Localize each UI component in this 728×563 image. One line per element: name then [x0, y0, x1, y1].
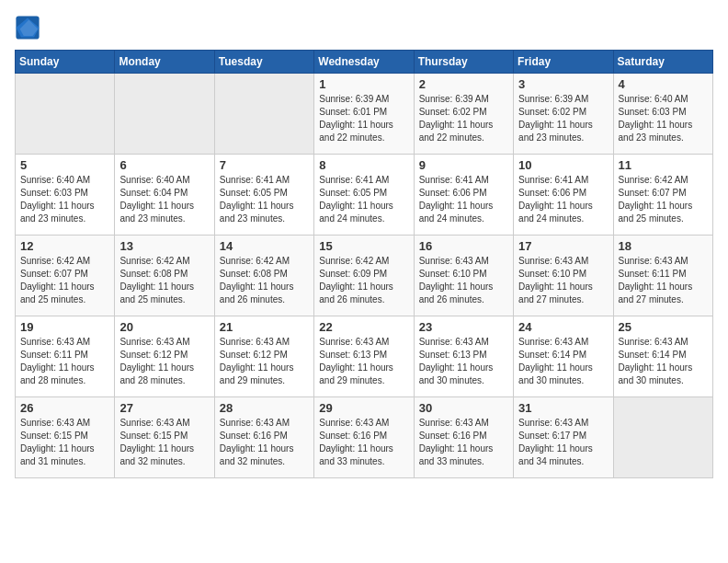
- day-number: 31: [518, 401, 608, 415]
- day-number: 29: [319, 401, 408, 415]
- calendar-cell: 27Sunrise: 6:43 AM Sunset: 6:15 PM Dayli…: [115, 397, 214, 478]
- day-number: 13: [119, 239, 209, 253]
- calendar-cell: 11Sunrise: 6:42 AM Sunset: 6:07 PM Dayli…: [613, 155, 712, 236]
- calendar-cell: 29Sunrise: 6:43 AM Sunset: 6:16 PM Dayli…: [314, 397, 414, 478]
- calendar-week-4: 19Sunrise: 6:43 AM Sunset: 6:11 PM Dayli…: [16, 316, 713, 397]
- day-number: 3: [518, 77, 608, 91]
- day-info: Sunrise: 6:39 AM Sunset: 6:02 PM Dayligh…: [518, 93, 608, 144]
- day-info: Sunrise: 6:43 AM Sunset: 6:16 PM Dayligh…: [419, 417, 508, 468]
- day-info: Sunrise: 6:41 AM Sunset: 6:06 PM Dayligh…: [518, 174, 608, 225]
- weekday-header-sunday: Sunday: [16, 51, 115, 74]
- calendar-cell: 25Sunrise: 6:43 AM Sunset: 6:14 PM Dayli…: [613, 316, 712, 397]
- day-number: 14: [220, 239, 309, 253]
- page-header: [15, 15, 713, 40]
- logo-icon: [15, 15, 40, 40]
- calendar-week-3: 12Sunrise: 6:42 AM Sunset: 6:07 PM Dayli…: [16, 236, 713, 316]
- day-number: 2: [419, 77, 508, 91]
- day-number: 18: [619, 239, 708, 253]
- day-info: Sunrise: 6:40 AM Sunset: 6:04 PM Dayligh…: [119, 174, 209, 225]
- calendar-cell: 4Sunrise: 6:40 AM Sunset: 6:03 PM Daylig…: [613, 74, 712, 155]
- day-info: Sunrise: 6:42 AM Sunset: 6:09 PM Dayligh…: [319, 255, 408, 306]
- day-number: 30: [419, 401, 508, 415]
- calendar-cell: 15Sunrise: 6:42 AM Sunset: 6:09 PM Dayli…: [314, 236, 414, 316]
- day-info: Sunrise: 6:43 AM Sunset: 6:14 PM Dayligh…: [518, 336, 608, 387]
- calendar-cell: [214, 74, 313, 155]
- day-info: Sunrise: 6:42 AM Sunset: 6:08 PM Dayligh…: [220, 255, 309, 306]
- calendar-cell: 17Sunrise: 6:43 AM Sunset: 6:10 PM Dayli…: [514, 236, 613, 316]
- day-info: Sunrise: 6:43 AM Sunset: 6:15 PM Dayligh…: [119, 417, 209, 468]
- calendar-header: SundayMondayTuesdayWednesdayThursdayFrid…: [16, 51, 713, 74]
- weekday-header-monday: Monday: [115, 51, 214, 74]
- calendar-cell: [613, 397, 712, 478]
- day-number: 6: [119, 158, 209, 172]
- day-info: Sunrise: 6:41 AM Sunset: 6:05 PM Dayligh…: [319, 174, 408, 225]
- day-info: Sunrise: 6:39 AM Sunset: 6:02 PM Dayligh…: [419, 93, 508, 144]
- calendar-cell: 19Sunrise: 6:43 AM Sunset: 6:11 PM Dayli…: [16, 316, 115, 397]
- day-info: Sunrise: 6:42 AM Sunset: 6:07 PM Dayligh…: [20, 255, 109, 306]
- calendar-cell: 10Sunrise: 6:41 AM Sunset: 6:06 PM Dayli…: [514, 155, 613, 236]
- calendar-body: 1Sunrise: 6:39 AM Sunset: 6:01 PM Daylig…: [16, 74, 713, 478]
- day-info: Sunrise: 6:43 AM Sunset: 6:14 PM Dayligh…: [619, 336, 708, 387]
- day-info: Sunrise: 6:43 AM Sunset: 6:15 PM Dayligh…: [20, 417, 109, 468]
- day-number: 9: [419, 158, 508, 172]
- day-info: Sunrise: 6:42 AM Sunset: 6:08 PM Dayligh…: [119, 255, 209, 306]
- calendar-cell: 31Sunrise: 6:43 AM Sunset: 6:17 PM Dayli…: [514, 397, 613, 478]
- calendar-cell: 18Sunrise: 6:43 AM Sunset: 6:11 PM Dayli…: [613, 236, 712, 316]
- day-number: 1: [319, 77, 408, 91]
- weekday-header-saturday: Saturday: [613, 51, 712, 74]
- day-info: Sunrise: 6:43 AM Sunset: 6:17 PM Dayligh…: [518, 417, 608, 468]
- day-number: 27: [119, 401, 209, 415]
- day-info: Sunrise: 6:43 AM Sunset: 6:13 PM Dayligh…: [319, 336, 408, 387]
- calendar-cell: [115, 74, 214, 155]
- day-info: Sunrise: 6:40 AM Sunset: 6:03 PM Dayligh…: [619, 93, 708, 144]
- calendar-cell: 12Sunrise: 6:42 AM Sunset: 6:07 PM Dayli…: [16, 236, 115, 316]
- day-number: 23: [419, 320, 508, 334]
- day-number: 5: [20, 158, 109, 172]
- day-info: Sunrise: 6:42 AM Sunset: 6:07 PM Dayligh…: [619, 174, 708, 225]
- calendar-cell: 21Sunrise: 6:43 AM Sunset: 6:12 PM Dayli…: [214, 316, 313, 397]
- calendar-week-2: 5Sunrise: 6:40 AM Sunset: 6:03 PM Daylig…: [16, 155, 713, 236]
- day-number: 25: [619, 320, 708, 334]
- weekday-header-tuesday: Tuesday: [214, 51, 313, 74]
- day-number: 21: [220, 320, 309, 334]
- day-number: 8: [319, 158, 408, 172]
- calendar-cell: 2Sunrise: 6:39 AM Sunset: 6:02 PM Daylig…: [414, 74, 513, 155]
- calendar-cell: 20Sunrise: 6:43 AM Sunset: 6:12 PM Dayli…: [115, 316, 214, 397]
- calendar-cell: 13Sunrise: 6:42 AM Sunset: 6:08 PM Dayli…: [115, 236, 214, 316]
- calendar-cell: [16, 74, 115, 155]
- calendar-cell: 6Sunrise: 6:40 AM Sunset: 6:04 PM Daylig…: [115, 155, 214, 236]
- day-info: Sunrise: 6:39 AM Sunset: 6:01 PM Dayligh…: [319, 93, 408, 144]
- day-number: 11: [619, 158, 708, 172]
- day-number: 12: [20, 239, 109, 253]
- weekday-header-thursday: Thursday: [414, 51, 513, 74]
- calendar-cell: 8Sunrise: 6:41 AM Sunset: 6:05 PM Daylig…: [314, 155, 414, 236]
- day-number: 19: [20, 320, 109, 334]
- day-info: Sunrise: 6:41 AM Sunset: 6:06 PM Dayligh…: [419, 174, 508, 225]
- day-number: 4: [619, 77, 708, 91]
- day-info: Sunrise: 6:43 AM Sunset: 6:10 PM Dayligh…: [419, 255, 508, 306]
- day-info: Sunrise: 6:43 AM Sunset: 6:12 PM Dayligh…: [119, 336, 209, 387]
- logo: [15, 15, 44, 40]
- day-number: 17: [518, 239, 608, 253]
- weekday-header-wednesday: Wednesday: [314, 51, 414, 74]
- day-info: Sunrise: 6:43 AM Sunset: 6:11 PM Dayligh…: [20, 336, 109, 387]
- calendar-week-5: 26Sunrise: 6:43 AM Sunset: 6:15 PM Dayli…: [16, 397, 713, 478]
- day-info: Sunrise: 6:40 AM Sunset: 6:03 PM Dayligh…: [20, 174, 109, 225]
- calendar-cell: 1Sunrise: 6:39 AM Sunset: 6:01 PM Daylig…: [314, 74, 414, 155]
- day-info: Sunrise: 6:43 AM Sunset: 6:10 PM Dayligh…: [518, 255, 608, 306]
- calendar-cell: 30Sunrise: 6:43 AM Sunset: 6:16 PM Dayli…: [414, 397, 513, 478]
- day-number: 28: [220, 401, 309, 415]
- calendar-cell: 5Sunrise: 6:40 AM Sunset: 6:03 PM Daylig…: [16, 155, 115, 236]
- day-info: Sunrise: 6:43 AM Sunset: 6:12 PM Dayligh…: [220, 336, 309, 387]
- day-number: 22: [319, 320, 408, 334]
- calendar-table: SundayMondayTuesdayWednesdayThursdayFrid…: [15, 50, 713, 478]
- day-info: Sunrise: 6:43 AM Sunset: 6:11 PM Dayligh…: [619, 255, 708, 306]
- calendar-cell: 26Sunrise: 6:43 AM Sunset: 6:15 PM Dayli…: [16, 397, 115, 478]
- day-number: 16: [419, 239, 508, 253]
- day-number: 20: [119, 320, 209, 334]
- day-info: Sunrise: 6:43 AM Sunset: 6:13 PM Dayligh…: [419, 336, 508, 387]
- calendar-cell: 16Sunrise: 6:43 AM Sunset: 6:10 PM Dayli…: [414, 236, 513, 316]
- day-info: Sunrise: 6:41 AM Sunset: 6:05 PM Dayligh…: [220, 174, 309, 225]
- calendar-cell: 24Sunrise: 6:43 AM Sunset: 6:14 PM Dayli…: [514, 316, 613, 397]
- calendar-cell: 9Sunrise: 6:41 AM Sunset: 6:06 PM Daylig…: [414, 155, 513, 236]
